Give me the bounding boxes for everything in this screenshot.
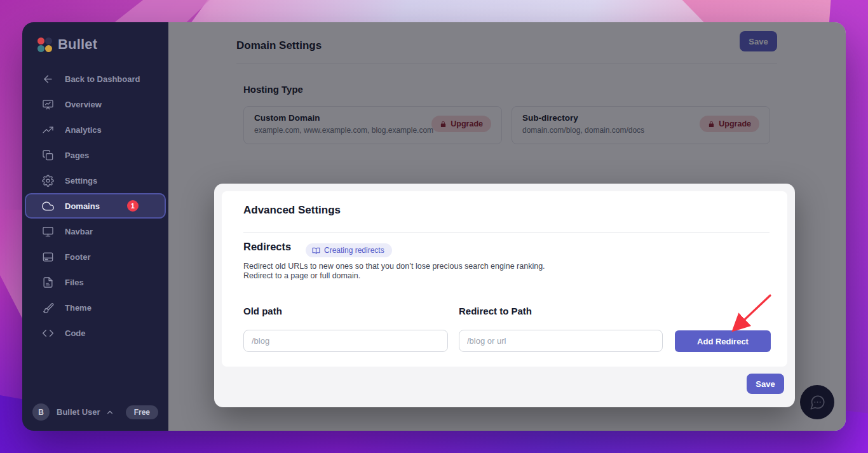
add-redirect-button[interactable]: Add Redirect <box>675 330 771 352</box>
sidebar-item-label: Footer <box>65 252 90 262</box>
monitor-icon <box>41 225 54 238</box>
sidebar-item-footer[interactable]: Footer <box>25 244 166 269</box>
code-icon <box>41 327 54 339</box>
sidebar: Bullet Back to Dashboard Overview Analyt… <box>22 22 168 431</box>
user-name: Bullet User <box>57 407 100 417</box>
old-path-input[interactable] <box>243 330 448 352</box>
arrow-left-icon <box>41 72 54 85</box>
sidebar-item-navbar[interactable]: Navbar <box>25 219 166 244</box>
sidebar-item-label: Theme <box>65 303 92 313</box>
sidebar-item-label: Settings <box>65 176 97 186</box>
sidebar-item-label: Analytics <box>65 125 102 135</box>
paintbrush-icon <box>41 301 54 314</box>
plan-badge: Free <box>126 405 158 419</box>
user-menu[interactable]: B Bullet User Free <box>32 403 158 421</box>
sidebar-item-label: Pages <box>65 151 89 160</box>
redirects-description-line2: Redirect to a page or full domain. <box>243 271 360 280</box>
redirect-to-path-input[interactable] <box>459 330 663 352</box>
modal-divider <box>243 232 770 233</box>
sidebar-item-code[interactable]: Code <box>25 320 166 346</box>
creating-redirects-label: Creating redirects <box>324 246 384 255</box>
app-logo[interactable]: Bullet <box>22 22 168 53</box>
redirects-heading: Redirects <box>243 241 291 253</box>
app-window: Bullet Back to Dashboard Overview Analyt… <box>22 22 846 431</box>
redirect-to-path-label: Redirect to Path <box>459 306 532 316</box>
chevron-up-icon <box>105 408 114 417</box>
app-logo-text: Bullet <box>58 36 97 53</box>
sidebar-item-label: Back to Dashboard <box>65 74 140 84</box>
sidebar-item-overview[interactable]: Overview <box>25 91 166 117</box>
sidebar-item-domains[interactable]: Domains 1 <box>25 193 166 219</box>
sidebar-item-pages[interactable]: Pages <box>25 142 166 168</box>
file-icon <box>41 276 54 288</box>
presentation-icon <box>41 98 54 111</box>
footer-icon <box>41 250 54 263</box>
advanced-settings-modal: Advanced Settings Redirects Creating red… <box>214 184 795 407</box>
cloud-icon <box>41 199 54 212</box>
sidebar-item-label: Files <box>65 278 84 287</box>
pages-icon <box>41 149 54 161</box>
sidebar-item-back-to-dashboard[interactable]: Back to Dashboard <box>25 66 166 91</box>
avatar: B <box>32 403 50 421</box>
bullet-logo-icon <box>37 37 52 52</box>
sidebar-item-label: Code <box>65 328 86 338</box>
book-open-icon <box>312 247 320 255</box>
modal-body: Advanced Settings Redirects Creating red… <box>222 191 787 367</box>
sidebar-item-theme[interactable]: Theme <box>25 295 166 320</box>
sidebar-item-label: Navbar <box>65 227 93 236</box>
creating-redirects-link[interactable]: Creating redirects <box>306 243 392 257</box>
sidebar-item-label: Overview <box>65 100 102 109</box>
notification-badge: 1 <box>127 200 139 212</box>
sidebar-item-settings[interactable]: Settings <box>25 168 166 193</box>
sidebar-nav: Back to Dashboard Overview Analytics Pag… <box>22 66 168 346</box>
trending-up-icon <box>41 123 54 136</box>
sidebar-item-label: Domains <box>65 201 100 211</box>
sidebar-item-analytics[interactable]: Analytics <box>25 117 166 142</box>
redirects-description-line1: Redirect old URLs to new ones so that yo… <box>243 262 545 271</box>
sidebar-item-files[interactable]: Files <box>25 269 166 295</box>
modal-title: Advanced Settings <box>243 204 341 217</box>
gear-icon <box>41 174 54 187</box>
main-content: Domain Settings Save Hosting Type Custom… <box>168 22 846 431</box>
modal-save-button[interactable]: Save <box>747 374 784 394</box>
old-path-label: Old path <box>243 306 282 316</box>
